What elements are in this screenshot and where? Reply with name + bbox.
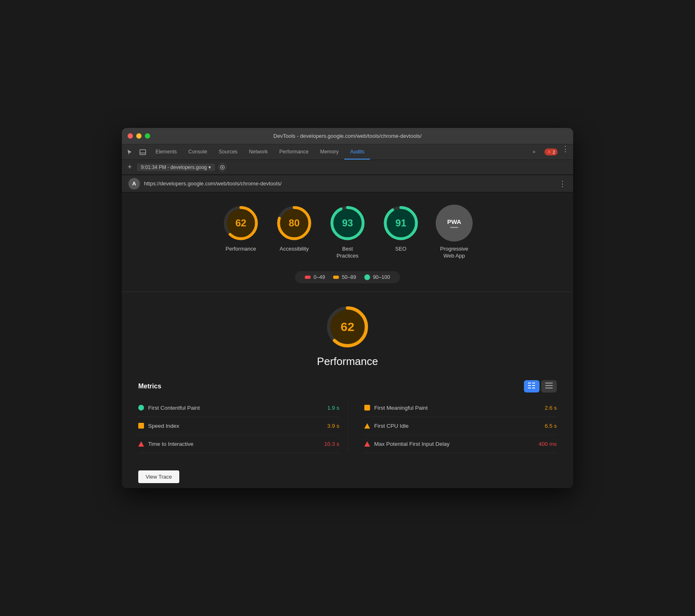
- metric-value-fci: 6.5 s: [545, 423, 557, 429]
- legend-item-fail: 0–49: [305, 274, 325, 280]
- metric-name-fcp: First Contentful Paint: [148, 405, 323, 411]
- svg-rect-26: [532, 388, 535, 388]
- legend-dot-fail: [305, 276, 311, 279]
- metric-value-mid: 400 ms: [539, 441, 557, 447]
- metric-indicator-mid: [364, 441, 370, 447]
- metric-first-cpu-idle: First CPU Idle 6.5 s: [364, 417, 557, 435]
- traffic-lights: [128, 133, 150, 139]
- legend-range-pass: 90–100: [373, 274, 390, 280]
- list-view-icon: [545, 383, 553, 390]
- performance-detail: 62 Performance Metrics: [122, 292, 573, 465]
- metric-value-tti: 10.3 s: [324, 441, 339, 447]
- address-bar: + 9:01:34 PM - developers.goog ▾: [122, 160, 573, 175]
- stop-button[interactable]: [218, 163, 226, 171]
- toggle-list-button[interactable]: [541, 380, 557, 392]
- metric-speed-index: Speed Index 3.9 s: [138, 417, 339, 435]
- metric-value-fmp: 2.6 s: [545, 405, 557, 411]
- score-item-pwa[interactable]: PWA ProgressiveWeb App: [436, 205, 473, 260]
- score-label-seo: SEO: [395, 246, 406, 253]
- url-display: https://developers.google.com/web/tools/…: [144, 180, 559, 187]
- more-tabs-button[interactable]: »: [527, 144, 541, 160]
- metric-value-fcp: 1.9 s: [327, 405, 339, 411]
- score-number-best-practices: 93: [342, 217, 353, 229]
- score-circle-seo: 91: [382, 205, 419, 242]
- tab-bar-icons: [125, 144, 147, 160]
- devtools-content: A https://developers.google.com/web/tool…: [122, 175, 573, 488]
- tab-sources[interactable]: Sources: [213, 144, 243, 160]
- title-bar: DevTools - developers.google.com/web/too…: [122, 128, 573, 144]
- score-circle-performance: 62: [222, 205, 259, 242]
- dock-icon[interactable]: [138, 148, 147, 157]
- pwa-dash: [450, 227, 458, 228]
- maximize-button[interactable]: [145, 133, 150, 139]
- legend-item-pass: 90–100: [364, 274, 390, 280]
- metric-name-mid: Max Potential First Input Delay: [374, 441, 535, 447]
- tab-network[interactable]: Network: [243, 144, 274, 160]
- new-tab-button[interactable]: +: [126, 163, 134, 171]
- score-item-seo[interactable]: 91 SEO: [382, 205, 419, 253]
- metric-indicator-tti: [138, 441, 144, 447]
- legend-range-fail: 0–49: [313, 274, 325, 280]
- perf-score-center: 62 Performance: [138, 304, 557, 368]
- view-toggle: [524, 380, 557, 392]
- more-options-button[interactable]: ⋮: [561, 144, 570, 153]
- legend-dot-pass: [364, 274, 370, 280]
- svg-rect-1: [140, 150, 146, 155]
- metric-name-tti: Time to Interactive: [148, 441, 320, 447]
- toggle-grid-button[interactable]: [524, 380, 540, 392]
- metric-max-input-delay: Max Potential First Input Delay 400 ms: [364, 435, 557, 453]
- legend-range-average: 50–89: [342, 274, 356, 280]
- svg-rect-24: [532, 383, 535, 383]
- close-button[interactable]: [128, 133, 133, 139]
- metric-name-si: Speed Index: [148, 423, 323, 429]
- score-item-accessibility[interactable]: 80 Accessibility: [276, 205, 313, 253]
- score-number-accessibility: 80: [289, 217, 300, 229]
- error-badge: ✕ 2: [544, 148, 558, 155]
- metric-indicator-fcp: [138, 405, 144, 411]
- score-legend: 0–49 50–89 90–100: [295, 271, 400, 283]
- score-label-accessibility: Accessibility: [280, 246, 309, 253]
- svg-rect-28: [545, 385, 553, 386]
- metric-name-fci: First CPU Idle: [374, 423, 541, 429]
- score-label-best-practices: BestPractices: [336, 246, 358, 260]
- browser-window: DevTools - developers.google.com/web/too…: [122, 128, 573, 488]
- score-item-performance[interactable]: 62 Performance: [222, 205, 259, 253]
- pwa-label: PWA: [447, 218, 461, 225]
- tab-audits[interactable]: Audits: [344, 144, 370, 160]
- metric-indicator-fmp: [364, 405, 370, 411]
- svg-rect-22: [528, 385, 531, 386]
- perf-section-title: Performance: [317, 355, 378, 368]
- svg-rect-27: [545, 383, 553, 383]
- score-item-best-practices[interactable]: 93 BestPractices: [329, 205, 366, 260]
- metrics-grid: First Contentful Paint 1.9 s Speed Index…: [138, 399, 557, 453]
- svg-rect-23: [528, 388, 531, 388]
- svg-rect-21: [528, 383, 531, 383]
- metric-name-fmp: First Meaningful Paint: [374, 405, 541, 411]
- metric-indicator-fci: [364, 423, 370, 429]
- metric-indicator-si: [138, 423, 144, 429]
- metric-time-to-interactive: Time to Interactive 10.3 s: [138, 435, 339, 453]
- metric-value-si: 3.9 s: [327, 423, 339, 429]
- metric-first-contentful-paint: First Contentful Paint 1.9 s: [138, 399, 339, 417]
- svg-rect-25: [532, 385, 535, 386]
- window-title: DevTools - developers.google.com/web/too…: [273, 133, 421, 139]
- score-label-performance: Performance: [226, 246, 256, 253]
- metrics-header: Metrics: [138, 380, 557, 392]
- tab-performance[interactable]: Performance: [274, 144, 315, 160]
- score-number-performance: 62: [235, 217, 247, 229]
- tab-memory[interactable]: Memory: [314, 144, 344, 160]
- tab-bar: Elements Console Sources Network Perform…: [122, 144, 573, 160]
- perf-large-circle: 62: [325, 304, 370, 349]
- tab-elements[interactable]: Elements: [150, 144, 183, 160]
- tab-console[interactable]: Console: [183, 144, 213, 160]
- svg-rect-29: [545, 388, 553, 388]
- legend-item-average: 50–89: [333, 274, 356, 280]
- current-tab-label[interactable]: 9:01:34 PM - developers.goog ▾: [137, 164, 215, 171]
- score-circle-best-practices: 93: [329, 205, 366, 242]
- audit-scores-area: 62 Performance 80 Accessibility: [122, 192, 573, 292]
- devtools-more-button[interactable]: ⋮: [559, 179, 567, 188]
- score-label-pwa: ProgressiveWeb App: [440, 246, 469, 260]
- cursor-icon[interactable]: [125, 148, 134, 157]
- minimize-button[interactable]: [136, 133, 142, 139]
- view-trace-button[interactable]: View Trace: [138, 470, 179, 483]
